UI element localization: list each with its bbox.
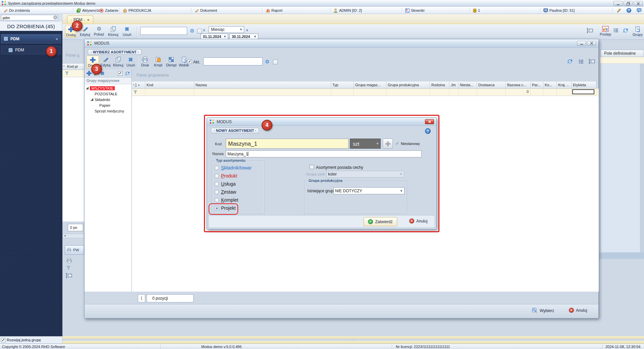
tree-item-wszystkie[interactable]: WSZYSTKIE: [86, 85, 115, 91]
modus-list-button[interactable]: [578, 59, 584, 64]
next-period-icon[interactable]: ›: [246, 27, 248, 33]
col-etykieta[interactable]: Etykieta: [572, 82, 596, 89]
help-icon[interactable]: ?: [625, 7, 633, 13]
col-nazwa[interactable]: Nazwa: [194, 82, 331, 89]
filter-cell[interactable]: [194, 89, 331, 96]
bg-hscrollbar[interactable]: ◄: [62, 234, 84, 238]
filter-option-box[interactable]: [197, 29, 202, 34]
modus-filter-option-box[interactable]: [273, 60, 278, 64]
dialog-anuluj-button[interactable]: × Anuluj: [409, 218, 427, 223]
postep-button[interactable]: Postęp: [599, 25, 612, 37]
dialog-close-button[interactable]: [425, 119, 434, 124]
collapse-chevron-icon[interactable]: «: [56, 37, 58, 41]
col-jm[interactable]: Jm: [449, 82, 459, 89]
pokaz-button[interactable]: ⚙ Pokaż: [93, 25, 105, 37]
menu-slowniki[interactable]: Słowniki: [404, 7, 426, 13]
menu-aktywnosc[interactable]: Aktywność: [75, 7, 101, 13]
filter-cell[interactable]: [449, 89, 459, 96]
zatwierdz-button[interactable]: ✓ Zatwierdź: [364, 217, 397, 226]
col-rodzina[interactable]: Rodzina: [430, 82, 449, 89]
modus-filter-input[interactable]: [203, 57, 263, 65]
filter-gear-icon[interactable]: ⚙: [190, 28, 194, 33]
modus-filter-gear-icon[interactable]: ⚙: [265, 59, 269, 64]
bg-vscrollbar[interactable]: [640, 64, 644, 252]
layout-button[interactable]: [586, 27, 594, 34]
radio-komplet[interactable]: Komplet: [215, 197, 238, 203]
col-dostawca[interactable]: Dostawca: [477, 82, 506, 89]
menu-admin[interactable]: ADMIN [ID: 2]: [332, 7, 363, 13]
radio-usluga[interactable]: Usługa: [215, 181, 236, 187]
scroll-left-icon[interactable]: ◄: [63, 234, 66, 237]
menu-dokument[interactable]: Dokument: [193, 7, 218, 13]
radio-produkt[interactable]: Produkt: [215, 173, 237, 179]
modus-dkmpl-button[interactable]: Dkmpl: [165, 56, 177, 67]
menu-counter[interactable]: 1: [472, 7, 481, 13]
sidebar-group-pdm[interactable]: PDM «: [1, 34, 61, 43]
filter-cell[interactable]: [145, 89, 194, 96]
modus-druk-button[interactable]: Druk: [140, 56, 150, 67]
modus-edytuj-button[interactable]: Edytuj: [99, 56, 112, 67]
modus-minimize-button[interactable]: [577, 41, 586, 46]
filter-cell-bazowa[interactable]: 0: [506, 89, 531, 96]
bg-print-icon[interactable]: [66, 258, 72, 263]
tree-item-sprzet-medyczny[interactable]: Sprzęt medyczny: [95, 108, 124, 114]
list-view-button[interactable]: [612, 27, 620, 34]
menu-do-zrobienia[interactable]: Do zrobienia: [2, 7, 31, 13]
modus-refresh-button[interactable]: [567, 58, 573, 64]
filter-cell[interactable]: [477, 89, 506, 96]
grupy-button[interactable]: Grupy: [632, 25, 643, 37]
niestanowy-check-icon[interactable]: ✓: [395, 141, 399, 146]
menu-user-session[interactable]: Paulina [ID: 51]: [542, 7, 576, 13]
signature-pen-icon[interactable]: [615, 7, 623, 13]
chat-icon[interactable]: [635, 7, 643, 13]
modus-usun-button[interactable]: Usuń: [125, 56, 136, 67]
refresh-button[interactable]: [622, 27, 629, 34]
radio-zestaw[interactable]: Zestaw: [215, 189, 236, 195]
filter-cell[interactable]: [331, 89, 354, 96]
splitter-handle[interactable]: ····: [62, 339, 644, 341]
restore-button[interactable]: [624, 1, 633, 6]
expander-icon[interactable]: [91, 98, 93, 101]
klonuj-button[interactable]: Klonuj: [107, 25, 119, 37]
col-grupa-magaz[interactable]: Grupa magaz...: [354, 82, 386, 89]
menu-produkcja[interactable]: PRODUKCJA: [121, 7, 153, 13]
help-icon[interactable]: ?: [425, 128, 431, 134]
radio-projekt[interactable]: Projekt: [215, 205, 236, 211]
tree-item-papier[interactable]: Papier: [99, 102, 110, 108]
expand-one-group-checkbox[interactable]: ✓: [1, 338, 5, 342]
modus-anuluj-button[interactable]: × Anuluj: [569, 308, 587, 313]
close-button[interactable]: [634, 1, 643, 6]
filter-cell[interactable]: [354, 89, 386, 96]
expander-icon[interactable]: [86, 87, 89, 90]
menu-zadanie[interactable]: Zadanie: [98, 7, 120, 13]
filter-cell[interactable]: [459, 89, 477, 96]
filter-cell-etykieta[interactable]: [572, 89, 596, 96]
modus-layout-button[interactable]: [588, 58, 595, 64]
minimize-button[interactable]: [613, 1, 623, 6]
period-combo[interactable]: Miesiąc▼: [209, 26, 244, 33]
akt-checkbox[interactable]: ✓: [187, 59, 192, 64]
cechy-checkbox[interactable]: [310, 165, 314, 169]
tree-filter-checkbox[interactable]: ✓: [118, 71, 122, 76]
menu-raport[interactable]: Raport: [264, 7, 284, 13]
filter-cell[interactable]: [557, 89, 572, 96]
col-bazowa[interactable]: Bazowa c...: [506, 82, 531, 89]
search-input[interactable]: [1, 15, 58, 20]
filter-cell[interactable]: [386, 89, 430, 96]
usun-button[interactable]: Usuń: [122, 25, 132, 37]
filter-cell[interactable]: [531, 89, 543, 96]
col-ko[interactable]: Ko...: [543, 82, 557, 89]
radio-skladnik-towar[interactable]: Składnik/towar: [215, 165, 252, 170]
tree-add-button[interactable]: [86, 70, 92, 76]
kod-input[interactable]: Maszyna_1: [226, 139, 348, 149]
nazwa-input[interactable]: Maszyna_1: [226, 150, 422, 157]
clear-search-icon[interactable]: ×: [53, 15, 57, 19]
col-niesta[interactable]: Niesta...: [459, 82, 477, 89]
tree-item-pozostale[interactable]: POZOSTAŁE: [95, 91, 117, 97]
modus-klonuj-button[interactable]: Klonuj: [112, 56, 124, 67]
col-typ[interactable]: Typ: [331, 82, 354, 89]
prev-period-icon[interactable]: ‹: [203, 27, 205, 33]
quick-filter-input[interactable]: [140, 27, 187, 35]
tab-close-icon[interactable]: ×: [87, 18, 89, 22]
nav-box[interactable]: (: [138, 294, 145, 302]
